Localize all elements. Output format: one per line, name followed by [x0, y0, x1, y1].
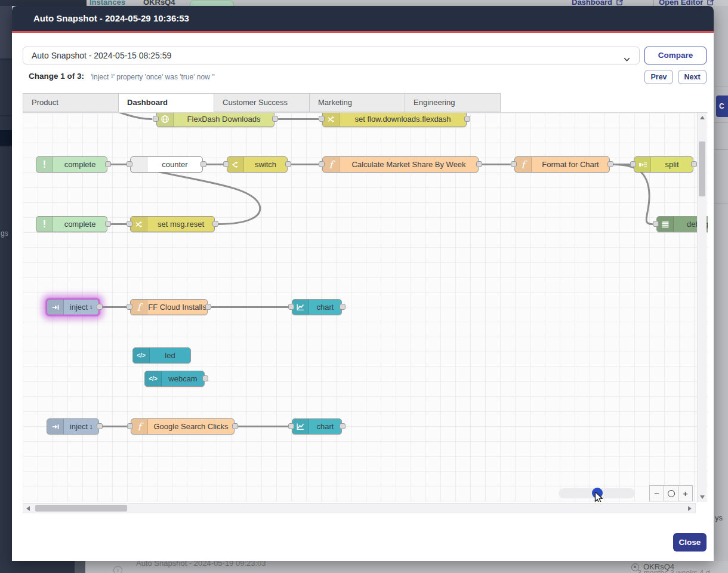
tab-product[interactable]: Product [23, 93, 119, 112]
node-switch[interactable]: switch [227, 156, 288, 172]
output-port[interactable] [285, 161, 291, 167]
tab-customer-success[interactable]: Customer Success [214, 93, 310, 112]
zoom-button-group: − + [649, 485, 693, 501]
node-ff-cloud-installs[interactable]: fFF Cloud Installs [130, 299, 208, 315]
node-label: led [150, 348, 190, 363]
node-label: Calculate Market Share By Week [340, 157, 478, 172]
node-chart-2[interactable]: chart [292, 418, 342, 435]
node-set-msg-reset[interactable]: set msg.reset [130, 216, 215, 232]
zoom-slider-thumb[interactable] [592, 488, 603, 498]
next-change-button[interactable]: Next [678, 70, 707, 84]
output-port[interactable] [464, 116, 470, 122]
tab-engineering[interactable]: Engineering [405, 93, 501, 112]
output-port[interactable] [97, 304, 103, 310]
tab-dashboard[interactable]: Dashboard [118, 93, 214, 112]
wire [613, 165, 652, 224]
node-format-for-chart[interactable]: fFormat for Chart [514, 156, 610, 172]
node-led[interactable]: </>led [132, 347, 191, 363]
snapshot-row-label: Auto Snapshot - 2024-05-19 09:23:03 [136, 561, 266, 568]
output-port[interactable] [105, 221, 111, 227]
change-counter-label: Change 1 of 3: [29, 72, 84, 81]
output-port[interactable] [205, 304, 211, 310]
node-label: webcam [162, 371, 204, 386]
horizontal-scrollbar-thumb[interactable] [35, 505, 127, 512]
table-line [714, 203, 728, 204]
sidebar-top-corner [0, 0, 87, 6]
input-port[interactable] [127, 161, 132, 167]
output-port[interactable] [200, 161, 206, 167]
vertical-scrollbar-thumb[interactable] [699, 141, 705, 196]
scroll-right-arrow[interactable] [688, 506, 692, 511]
input-port[interactable] [319, 161, 325, 167]
input-port[interactable] [127, 423, 133, 429]
output-port[interactable] [340, 423, 346, 429]
input-port[interactable] [630, 161, 636, 167]
node-calculate-market-share[interactable]: fCalculate Market Share By Week [322, 156, 479, 172]
output-port[interactable] [202, 375, 208, 381]
sidebar-divider [0, 58, 12, 60]
node-label: FF Cloud Installs [147, 300, 207, 315]
output-port[interactable] [232, 423, 238, 429]
page-right-strip-dimmed: C ys [714, 6, 728, 561]
open-editor-button: Open Editor [659, 0, 714, 6]
input-port[interactable] [288, 423, 294, 429]
change-icon [323, 112, 340, 127]
node-inject-1[interactable]: inject1 [47, 299, 99, 315]
output-port[interactable] [272, 116, 278, 122]
input-port[interactable] [653, 221, 659, 227]
input-port[interactable] [127, 304, 132, 310]
inject-icon [47, 419, 64, 434]
scroll-left-arrow[interactable] [26, 506, 30, 511]
node-label: Format for Chart [532, 157, 609, 172]
node-inject-2[interactable]: inject1 [47, 418, 99, 435]
node-flexdash-downloads[interactable]: FlexDash Downloads [156, 112, 274, 127]
output-port[interactable] [97, 423, 103, 429]
close-button[interactable]: Close [673, 533, 707, 552]
sidebar-dimmed: gs [0, 6, 12, 573]
output-port[interactable] [691, 161, 697, 167]
change-icon [131, 217, 147, 232]
compare-button-fragment: C [716, 96, 728, 117]
input-port[interactable] [319, 116, 325, 122]
page-table-row-dimmed: Auto Snapshot - 2024-05-19 09:23:03 i OK… [0, 561, 728, 573]
scroll-up-arrow[interactable] [700, 116, 705, 119]
output-port[interactable] [340, 304, 346, 310]
input-port[interactable] [511, 161, 517, 167]
zoom-slider[interactable] [559, 488, 635, 498]
snapshot-select[interactable]: Auto Snapshot - 2024-05-15 08:25:59 [23, 47, 640, 64]
zoom-in-button[interactable]: + [678, 486, 692, 501]
scroll-down-arrow[interactable] [700, 495, 705, 499]
output-port[interactable] [607, 161, 613, 167]
node-chart-1[interactable]: chart [292, 299, 342, 315]
horizontal-scrollbar[interactable] [23, 503, 696, 513]
prev-change-button[interactable]: Prev [644, 70, 673, 84]
zoom-reset-button[interactable] [664, 486, 678, 501]
zoom-out-button[interactable]: − [650, 486, 664, 501]
wire [88, 113, 152, 119]
function-icon: f [131, 419, 148, 434]
tab-marketing[interactable]: Marketing [309, 93, 405, 112]
node-complete-1[interactable]: !complete [36, 156, 107, 172]
node-webcam[interactable]: </>webcam [144, 371, 205, 387]
output-port[interactable] [476, 161, 482, 167]
vertical-scrollbar[interactable] [697, 113, 707, 502]
input-port[interactable] [153, 116, 159, 122]
node-label: set flow.downloads.flexdash [340, 112, 466, 127]
node-set-flow-downloads-flexdash[interactable]: set flow.downloads.flexdash [322, 112, 467, 127]
node-counter[interactable]: counter [130, 156, 203, 172]
zoom-reset-icon [668, 490, 675, 497]
input-port[interactable] [288, 304, 294, 310]
flow-canvas[interactable]: FlexDash Downloadsset flow.downloads.fle… [23, 112, 708, 502]
node-split[interactable]: split [634, 156, 693, 172]
table-line [714, 122, 728, 123]
node-label: FlexDash Downloads [174, 112, 274, 127]
compare-button[interactable]: Compare [644, 47, 707, 64]
node-complete-2[interactable]: !complete [36, 216, 107, 232]
info-icon: i [113, 566, 122, 573]
input-port[interactable] [223, 161, 229, 167]
sidebar-item [0, 6, 12, 58]
input-port[interactable] [127, 221, 132, 227]
output-port[interactable] [212, 221, 218, 227]
node-google-search-clicks[interactable]: fGoogle Search Clicks [131, 418, 235, 435]
output-port[interactable] [105, 161, 111, 167]
